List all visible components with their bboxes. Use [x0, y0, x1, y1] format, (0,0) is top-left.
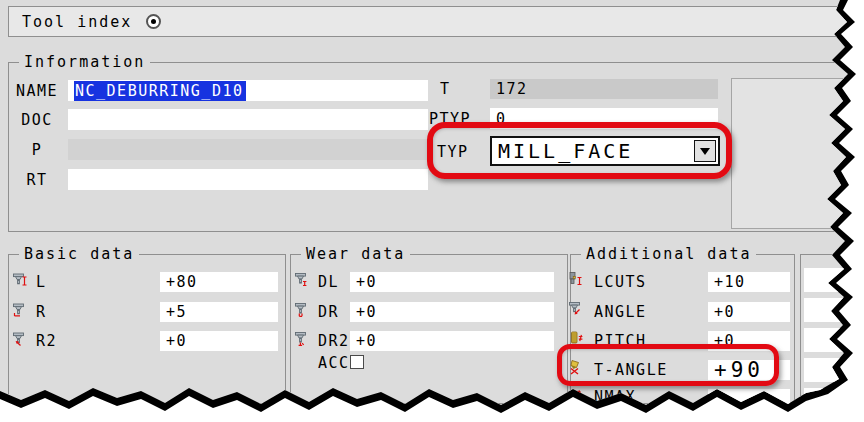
r-label: R: [36, 302, 96, 322]
l-label: L: [36, 272, 96, 292]
r2-input[interactable]: +0: [160, 331, 278, 351]
lcuts-input[interactable]: +10: [708, 272, 790, 292]
lcuts-icon: [568, 271, 584, 287]
tool-index-bar: Tool index: [8, 6, 854, 37]
tool-index-radio[interactable]: [146, 14, 161, 29]
typ-highlight-annotation: [427, 122, 732, 179]
tool-preview-panel: [731, 78, 849, 229]
additional-data-title: Additional data: [581, 245, 756, 263]
dl-input[interactable]: +0: [350, 272, 554, 292]
tool-index-label: Tool index: [22, 13, 132, 31]
lcuts-label: LCUTS: [594, 272, 694, 292]
acc-checkbox[interactable]: [350, 355, 364, 369]
dr2-input[interactable]: +0: [350, 331, 554, 351]
acc-label: ACC: [318, 354, 378, 372]
wear-data-title: Wear data: [301, 245, 410, 263]
basic-data-title: Basic data: [19, 245, 139, 263]
dr-input[interactable]: +0: [350, 302, 554, 322]
t-value-field: 172: [490, 79, 718, 99]
radio-dot: [151, 19, 156, 24]
wear-dr-icon: [294, 302, 310, 318]
wear-dl-icon: [294, 272, 310, 288]
angle-label: ANGLE: [594, 302, 694, 322]
tool-radius2-icon: [12, 331, 28, 347]
l-input[interactable]: +80: [160, 272, 278, 292]
angle-icon: [568, 301, 584, 317]
p-label: P: [14, 139, 60, 160]
rt-input[interactable]: [68, 169, 428, 190]
wear-dr2-icon: [294, 331, 310, 347]
angle-input[interactable]: +0: [708, 302, 790, 322]
information-title: Information: [19, 53, 150, 71]
name-selected-text: NC_DEBURRING_D10: [74, 81, 246, 101]
tool-radius-icon: [12, 302, 28, 318]
r2-label: R2: [36, 331, 96, 351]
doc-label: DOC: [14, 109, 60, 130]
name-input[interactable]: NC_DEBURRING_D10: [68, 80, 428, 101]
r-input[interactable]: +5: [160, 302, 278, 322]
tool-length-icon: [12, 272, 28, 288]
screenshot-stage: Tool index Information NAME NC_DEBURRING…: [0, 0, 864, 422]
name-label: NAME: [14, 80, 60, 101]
doc-input[interactable]: [68, 109, 428, 130]
cutoff-field-4: [804, 358, 862, 382]
t-angle-highlight-annotation: [557, 344, 779, 386]
tool-form: Tool index Information NAME NC_DEBURRING…: [0, 0, 864, 422]
t-label: T: [440, 79, 480, 99]
rt-label: RT: [14, 169, 60, 190]
p-input: [68, 139, 428, 160]
